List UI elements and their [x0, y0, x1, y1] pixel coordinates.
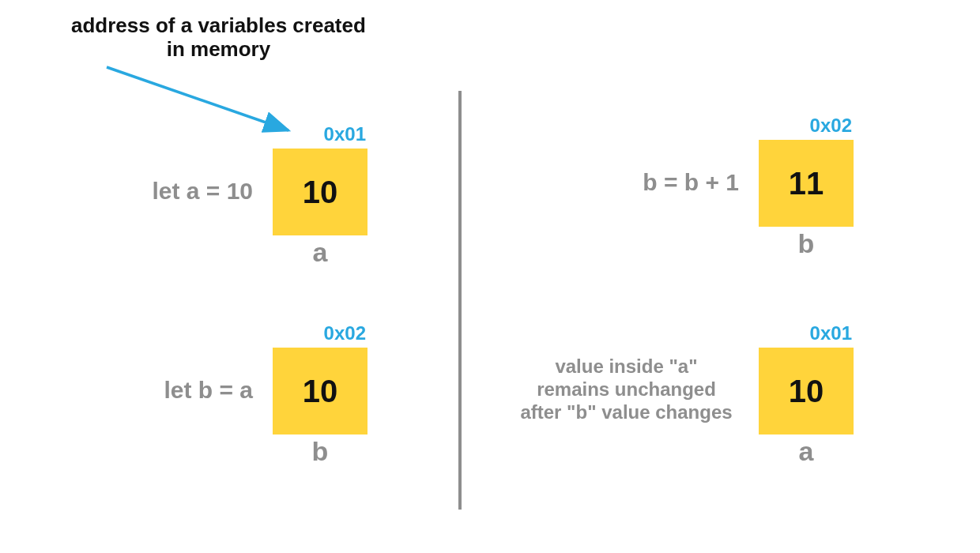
code-label-let-b: let b = a [111, 376, 253, 404]
memory-box: 10 [759, 348, 854, 434]
code-label-let-a: let a = 10 [111, 177, 253, 205]
memory-value: 10 [789, 374, 824, 409]
panel-divider [458, 91, 462, 510]
memory-value: 10 [303, 175, 338, 210]
memory-cell-b-left: 0x02 10 b [273, 322, 368, 467]
address-label: 0x01 [273, 123, 366, 145]
memory-box: 10 [273, 149, 368, 235]
variable-name: b [273, 436, 368, 467]
memory-cell-a-right: 0x01 10 a [759, 322, 854, 467]
svg-line-1 [107, 67, 288, 130]
address-label: 0x02 [759, 115, 852, 137]
variable-name: a [759, 436, 854, 467]
address-label: 0x02 [273, 322, 366, 344]
memory-value: 10 [303, 374, 338, 409]
memory-box: 10 [273, 348, 368, 434]
memory-box: 11 [759, 140, 854, 227]
annotation-address-text: address of a variables created in memory [71, 14, 366, 62]
variable-name: b [759, 228, 854, 259]
explanation-a-unchanged: value inside "a" remains unchanged after… [506, 356, 747, 423]
variable-name: a [273, 237, 368, 268]
address-label: 0x01 [759, 322, 852, 344]
memory-cell-a-left: 0x01 10 a [273, 123, 368, 268]
code-label-b-plus-1: b = b + 1 [581, 168, 739, 197]
annotation-arrow [0, 0, 980, 553]
memory-cell-b-right: 0x02 11 b [759, 115, 854, 259]
memory-value: 11 [789, 166, 824, 201]
